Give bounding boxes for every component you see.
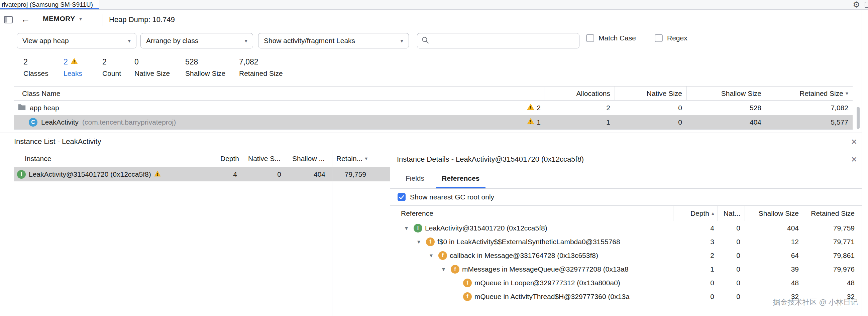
gc-root-checkbox[interactable]: Show nearest GC root only [390, 189, 862, 206]
reference-tree-row[interactable]: ▾ f callback in Message@331764728 (0x13c… [390, 248, 862, 262]
column-header-allocations[interactable]: Allocations [544, 86, 615, 100]
column-divider [244, 167, 244, 316]
reference-tree-row[interactable]: ▾ f mMessages in MessageQueue@329777208 … [390, 262, 862, 276]
stat-shallow-value: 528 [185, 58, 225, 67]
gear-icon[interactable]: ⚙ [852, 1, 860, 9]
shallow-size-value: 39 [745, 265, 803, 273]
reference-table-header: Reference Depth ▴ Nat... Shallow Size Re… [390, 206, 862, 221]
reference-label: mQueue in ActivityThread$H@329777360 (0x… [474, 293, 629, 301]
class-package-label: (com.tencent.barryprivateproj) [82, 118, 176, 126]
column-header-shallow[interactable]: Shallow ... [288, 150, 332, 167]
checkbox-unchecked-icon [586, 34, 594, 42]
retained-label: Retain... [336, 155, 363, 163]
column-header-depth[interactable]: Depth [216, 150, 244, 167]
tab-references[interactable]: References [433, 168, 488, 188]
stat-shallow-size: 528 Shallow Size [185, 58, 225, 77]
back-button[interactable]: ← [21, 14, 30, 25]
instance-row[interactable]: I LeakActivity@315401720 (0x12cca5f8) 4 … [14, 167, 390, 181]
column-header-reference[interactable]: Reference [390, 206, 673, 221]
chevron-down-icon[interactable]: ▾ [402, 224, 411, 232]
stat-retained-value: 7,082 [239, 58, 283, 67]
depth-value: 4 [673, 224, 717, 232]
instance-details-pane: Instance Details - LeakActivity@31540172… [390, 150, 862, 316]
watermark: 掘金技术社区 @ 小林日记 [773, 297, 858, 307]
scrollbar-gutter [862, 10, 862, 316]
gc-root-label: Show nearest GC root only [410, 193, 494, 201]
stat-classes-value: 2 [23, 58, 49, 67]
regex-checkbox[interactable]: Regex [655, 34, 687, 42]
match-case-checkbox[interactable]: Match Case [586, 34, 636, 42]
stat-shallow-label: Shallow Size [185, 69, 225, 77]
shallow-size-value: 12 [745, 238, 803, 246]
search-input[interactable] [432, 37, 575, 45]
native-size-value: 0 [717, 251, 745, 259]
column-header-shallow-size[interactable]: Shallow Size [686, 86, 766, 100]
stat-retained-size: 7,082 Retained Size [239, 58, 283, 77]
heap-select[interactable]: View app heap ▾ [17, 33, 136, 48]
native-size-value: 0 [717, 293, 745, 301]
native-size-value: 0 [244, 170, 288, 178]
reference-tree-row[interactable]: ▾ f f$0 in LeakActivity$$ExternalSynthet… [390, 235, 862, 248]
depth-value: 3 [673, 238, 717, 246]
retained-size-value: 7,082 [766, 104, 852, 112]
close-icon[interactable]: × [851, 154, 857, 164]
close-icon[interactable]: × [851, 137, 857, 147]
chevron-down-icon[interactable]: ▾ [414, 238, 423, 246]
retained-size-value: 79,976 [803, 265, 862, 273]
arrange-select-value: Arrange by class [146, 37, 244, 45]
leaks-select[interactable]: Show activity/fragment Leaks ▾ [258, 33, 409, 48]
search-field[interactable] [417, 33, 580, 48]
warning-icon [527, 104, 534, 112]
stat-leaks-value: 2 [64, 58, 68, 67]
class-row-label: app heap [30, 104, 59, 112]
column-divider [216, 167, 216, 316]
instance-list-panel: Instance List - LeakActivity × Instance … [0, 133, 862, 316]
session-tab[interactable]: rivateproj (Samsung SM-S911U) [0, 0, 99, 9]
chevron-down-icon: ▾ [79, 15, 82, 23]
chevron-down-icon[interactable]: ▾ [427, 252, 436, 259]
class-row-label: LeakActivity [41, 118, 79, 126]
search-icon [421, 36, 429, 46]
column-header-depth[interactable]: Depth ▴ [673, 206, 717, 221]
column-header-retained[interactable]: Retain... ▾ [332, 150, 373, 167]
heap-stats-bar: 2 Classes 2 Leaks 2 Count 0 Native Size … [0, 53, 868, 86]
heap-select-value: View app heap [22, 37, 128, 45]
stat-count-label: Count [102, 69, 121, 77]
column-header-native[interactable]: Nat... [717, 206, 745, 221]
class-row-app-heap[interactable]: app heap 2 2 0 528 7,082 [14, 101, 852, 115]
column-header-retained-size[interactable]: Retained Size [803, 206, 862, 221]
column-header-instance[interactable]: Instance [14, 150, 216, 167]
sessions-collapsed-label[interactable]: S... [0, 47, 1, 57]
heap-dump-label: Heap Dump: 10.749 [109, 15, 175, 24]
column-divider [288, 167, 288, 316]
column-header-native[interactable]: Native S... [244, 150, 288, 167]
tool-window-toggle-icon[interactable] [4, 16, 13, 25]
depth-value: 0 [673, 293, 717, 301]
class-row-leakactivity[interactable]: C LeakActivity (com.tencent.barryprivate… [14, 115, 852, 129]
memory-dropdown[interactable]: MEMORY ▾ [43, 15, 82, 23]
reference-tree-row[interactable]: ▾ I LeakActivity@315401720 (0x12cca5f8) … [390, 221, 862, 235]
reference-label: LeakActivity@315401720 (0x12cca5f8) [425, 224, 547, 232]
column-header-retained-size[interactable]: Retained Size ▾ [766, 86, 852, 100]
instance-list-title: Instance List - LeakActivity [14, 137, 101, 146]
instance-icon: I [413, 224, 422, 233]
stat-classes-label: Classes [23, 69, 49, 77]
tab-fields[interactable]: Fields [397, 168, 433, 188]
chevron-down-icon[interactable]: ▾ [439, 266, 448, 273]
column-header-class-name[interactable]: Class Name [14, 86, 544, 100]
column-header-native-size[interactable]: Native Size [615, 86, 686, 100]
reference-tree-row[interactable]: f mQueue in Looper@329777312 (0x13a800a0… [390, 276, 862, 290]
stat-native-label: Native Size [134, 69, 170, 77]
shallow-size-value: 404 [745, 224, 803, 232]
arrange-select[interactable]: Arrange by class ▾ [141, 33, 253, 48]
sort-asc-icon: ▴ [712, 210, 714, 216]
retained-size-value: 79,759 [803, 224, 862, 232]
field-icon: f [463, 292, 472, 301]
leak-count-badge: 1 [527, 118, 544, 126]
scrollbar-thumb[interactable] [857, 107, 860, 129]
window-layout-icon[interactable] [865, 2, 868, 8]
depth-value: 0 [673, 279, 717, 287]
allocations-value: 1 [544, 118, 615, 126]
stat-leaks[interactable]: 2 Leaks [64, 58, 82, 77]
column-header-shallow-size[interactable]: Shallow Size [745, 206, 803, 221]
